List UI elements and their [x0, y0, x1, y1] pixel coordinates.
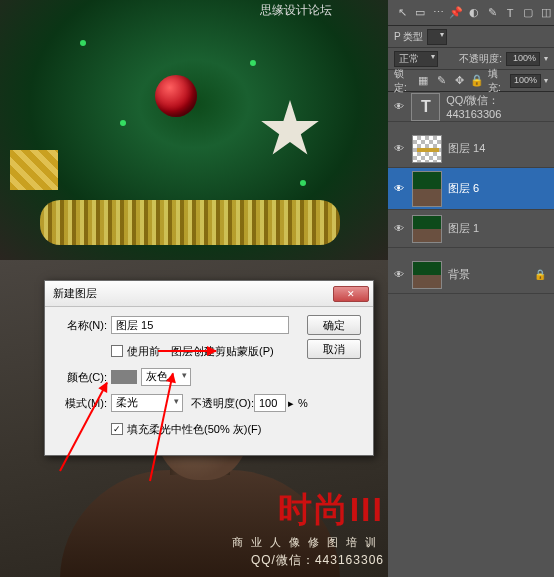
opacity-panel-value[interactable]: 100%: [506, 52, 540, 66]
opacity-unit: %: [298, 397, 308, 409]
layer-thumb: [412, 171, 442, 207]
layer-thumb: [412, 215, 442, 243]
brand-subtitle: 商业人像修图培训: [232, 535, 384, 550]
color-label: 颜色(C):: [55, 370, 107, 385]
annotation-arrow: [158, 350, 216, 352]
layer-row[interactable]: 👁 图层 1: [388, 210, 554, 248]
lock-transparency-icon[interactable]: ▦: [416, 72, 431, 90]
fill-panel-label: 填充:: [488, 67, 507, 95]
name-input[interactable]: [111, 316, 289, 334]
sparkle: [250, 60, 256, 66]
opacity-input[interactable]: [254, 394, 286, 412]
chevron-down-icon[interactable]: ▾: [544, 76, 548, 85]
gift-box: [10, 150, 58, 190]
layer-thumb: [412, 261, 442, 289]
layers-panel: ↖ ▭ ⋯ 📌 ◐ ✎ T ▢ ◫ P 类型 正常 不透明度: 100% ▾ 锁…: [388, 0, 554, 577]
visibility-toggle[interactable]: 👁: [392, 268, 406, 282]
layer-name[interactable]: 图层 6: [448, 181, 479, 196]
tinsel-decoration: [0, 0, 388, 260]
lock-all-icon[interactable]: 🔒: [470, 72, 485, 90]
lock-position-icon[interactable]: ✥: [452, 72, 467, 90]
mode-select[interactable]: 柔光: [111, 394, 183, 412]
layer-row[interactable]: 👁 T QQ/微信：443163306: [388, 92, 554, 122]
brush-icon[interactable]: ✎: [484, 4, 500, 22]
bottom-watermark: 时尚III 商业人像修图培训 QQ/微信：443163306: [232, 487, 384, 569]
shape-icon[interactable]: ▢: [520, 4, 536, 22]
panel-toolbar: ↖ ▭ ⋯ 📌 ◐ ✎ T ▢ ◫: [388, 0, 554, 26]
kind-filter[interactable]: [427, 29, 447, 45]
white-star: [260, 100, 320, 160]
name-label: 名称(N):: [55, 318, 107, 333]
chevron-down-icon[interactable]: ▾: [544, 54, 548, 63]
visibility-toggle[interactable]: 👁: [392, 142, 406, 156]
sparkle: [120, 120, 126, 126]
ellipsis-icon[interactable]: ⋯: [430, 4, 446, 22]
lock-brush-icon[interactable]: ✎: [434, 72, 449, 90]
lock-label: 锁定:: [394, 67, 413, 95]
brand-text: 时尚III: [232, 487, 384, 533]
red-ornament: [155, 75, 197, 117]
fill-panel-value[interactable]: 100%: [510, 74, 541, 88]
layer-row[interactable]: 👁 图层 6: [388, 168, 554, 210]
sparkle: [80, 40, 86, 46]
blend-mode-select[interactable]: 正常: [394, 51, 438, 67]
lock-row: 锁定: ▦ ✎ ✥ 🔒 填充: 100% ▾: [388, 70, 554, 92]
layer-list: 👁 T QQ/微信：443163306 👁 图层 14 👁 图层 6 👁 图层 …: [388, 92, 554, 294]
visibility-toggle[interactable]: 👁: [392, 182, 406, 196]
layer-thumb-text: T: [411, 93, 440, 121]
new-layer-dialog: 新建图层 ✕ 名称(N): 使用前一图层创建剪贴蒙版(P) 颜色(C): 灰色 …: [44, 280, 374, 456]
top-watermark-site: 思缘设计论坛: [260, 2, 332, 19]
type-label: P 类型: [394, 30, 423, 44]
fill-neutral-label: 填充柔光中性色(50% 灰)(F): [127, 422, 261, 437]
move-tool-icon[interactable]: ↖: [394, 4, 410, 22]
dialog-title-text: 新建图层: [53, 286, 97, 301]
layer-name[interactable]: 背景: [448, 267, 470, 282]
layer-thumb: [412, 135, 442, 163]
smart-icon[interactable]: ◫: [538, 4, 554, 22]
artboard-icon[interactable]: ▭: [412, 4, 428, 22]
layer-row[interactable]: 👁 背景 🔒: [388, 256, 554, 294]
color-swatch[interactable]: [111, 370, 137, 384]
opacity-stepper-icon[interactable]: ▸: [288, 397, 294, 410]
fill-neutral-checkbox[interactable]: ✓: [111, 423, 123, 435]
layer-name[interactable]: 图层 1: [448, 221, 479, 236]
layer-row[interactable]: 👁 图层 14: [388, 130, 554, 168]
dialog-titlebar[interactable]: 新建图层 ✕: [45, 281, 373, 307]
sparkle: [300, 180, 306, 186]
opacity-panel-label: 不透明度:: [459, 52, 502, 66]
cancel-button[interactable]: 取消: [307, 339, 361, 359]
brand-contact: QQ/微信：443163306: [232, 552, 384, 569]
ok-button[interactable]: 确定: [307, 315, 361, 335]
visibility-toggle[interactable]: 👁: [392, 100, 405, 114]
visibility-toggle[interactable]: 👁: [392, 222, 406, 236]
layer-name[interactable]: QQ/微信：443163306: [446, 93, 550, 120]
clip-mask-checkbox[interactable]: [111, 345, 123, 357]
layer-name[interactable]: 图层 14: [448, 141, 485, 156]
lock-icon: 🔒: [534, 269, 546, 280]
gold-tinsel: [40, 200, 340, 245]
adjust-icon[interactable]: ◐: [466, 4, 482, 22]
dialog-close-button[interactable]: ✕: [333, 286, 369, 302]
type-icon[interactable]: T: [502, 4, 518, 22]
pin-icon[interactable]: 📌: [448, 4, 464, 22]
panel-type-row: P 类型: [388, 26, 554, 48]
opacity-label: 不透明度(O):: [191, 396, 254, 411]
